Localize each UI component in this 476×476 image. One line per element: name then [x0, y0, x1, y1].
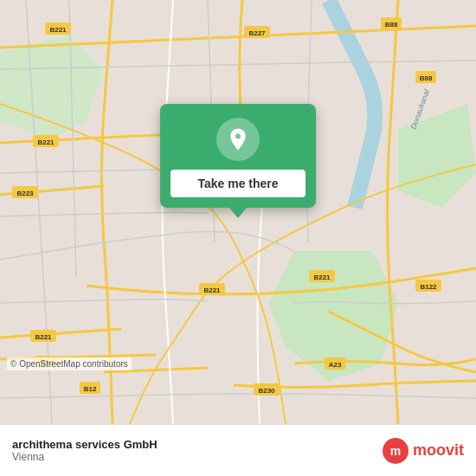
- location-name: archithema services GmbH: [12, 438, 158, 451]
- svg-text:B221: B221: [203, 286, 221, 294]
- moovit-logo-text: moovit: [413, 441, 464, 460]
- location-city: Vienna: [12, 451, 158, 463]
- svg-text:B230: B230: [258, 387, 275, 395]
- svg-text:B88: B88: [420, 74, 433, 82]
- svg-text:A23: A23: [329, 361, 342, 369]
- map-attribution: © OpenStreetMap contributors: [7, 357, 132, 370]
- svg-text:B221: B221: [35, 333, 52, 341]
- svg-text:B122: B122: [420, 283, 437, 291]
- moovit-logo: m moovit: [382, 437, 464, 465]
- svg-text:B221: B221: [37, 138, 55, 146]
- moovit-logo-icon: m: [382, 437, 409, 465]
- svg-text:B88: B88: [385, 21, 398, 29]
- take-me-there-button[interactable]: Take me there: [170, 170, 306, 197]
- location-icon-container: [216, 118, 260, 161]
- svg-text:B227: B227: [248, 29, 266, 37]
- svg-text:B221: B221: [313, 273, 331, 281]
- info-bar: archithema services GmbH Vienna m moovit: [0, 424, 476, 476]
- svg-text:B12: B12: [84, 385, 97, 393]
- map-container: B221 B221 B223 B221 B12 B12 B221 B221 B2…: [0, 0, 476, 424]
- svg-text:B221: B221: [49, 26, 67, 34]
- location-pin-icon: [225, 126, 251, 152]
- location-popup: Take me there: [160, 104, 316, 208]
- location-info: archithema services GmbH Vienna: [12, 438, 158, 463]
- svg-text:m: m: [390, 444, 401, 458]
- svg-text:B223: B223: [16, 190, 34, 197]
